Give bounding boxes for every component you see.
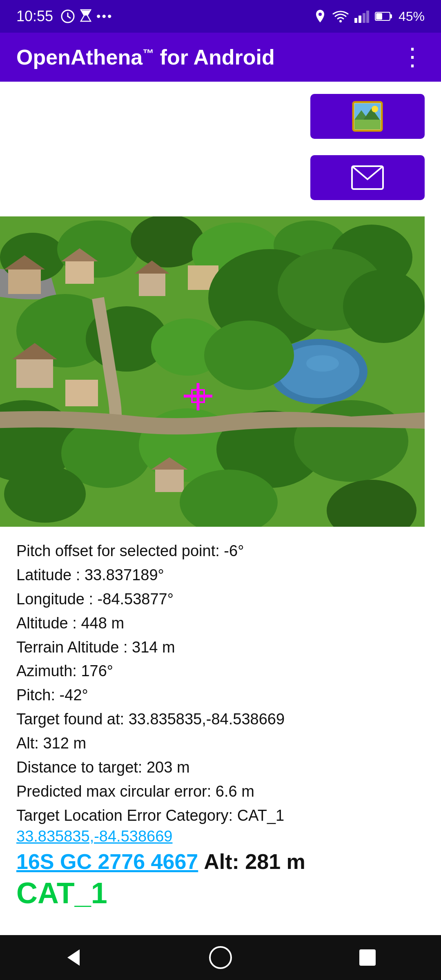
svg-rect-30 xyxy=(139,274,165,296)
svg-point-60 xyxy=(210,947,231,968)
terrain-altitude-line: Terrain Altitude : 314 m xyxy=(16,635,425,659)
clock-icon xyxy=(60,9,75,24)
app-bar: OpenAthena™ for Android ⋮ xyxy=(0,33,441,82)
svg-rect-8 xyxy=(366,11,369,23)
svg-point-42 xyxy=(204,321,294,390)
svg-line-2 xyxy=(68,16,70,18)
aerial-scene-svg xyxy=(0,216,425,527)
svg-rect-5 xyxy=(354,18,357,23)
coord-link-small[interactable]: 33.835835,-84.538669 xyxy=(16,828,425,845)
svg-rect-10 xyxy=(390,14,392,18)
bottom-nav-bar xyxy=(0,935,441,980)
back-button[interactable] xyxy=(57,941,90,974)
latitude-line: Latitude : 33.837189° xyxy=(16,563,425,587)
svg-rect-6 xyxy=(359,16,361,23)
distance-line: Distance to target: 203 m xyxy=(16,755,425,780)
alt-line: Alt: 312 m xyxy=(16,731,425,755)
ellipsis-icon: ••• xyxy=(96,9,113,23)
home-icon xyxy=(208,945,233,970)
select-image-button[interactable] xyxy=(310,94,425,139)
svg-rect-7 xyxy=(363,13,365,23)
main-content xyxy=(0,82,441,216)
status-right-icons: 45% xyxy=(314,9,425,24)
status-bar: 10:55 ••• xyxy=(0,0,441,33)
load-dem-button[interactable] xyxy=(310,155,425,200)
target-found-line: Target found at: 33.835835,-84.538669 xyxy=(16,707,425,731)
svg-point-17 xyxy=(372,106,378,112)
mgrs-link[interactable]: 16S GC 2776 4667 xyxy=(16,849,198,874)
signal-icon xyxy=(354,10,369,23)
svg-rect-28 xyxy=(65,261,94,284)
error-category-line: Target Location Error Category: CAT_1 xyxy=(16,804,425,828)
altitude-line: Altitude : 448 m xyxy=(16,611,425,635)
svg-rect-11 xyxy=(376,13,382,20)
recents-button[interactable] xyxy=(351,941,384,974)
svg-rect-45 xyxy=(65,380,98,406)
wifi-icon xyxy=(332,10,349,23)
azimuth-line: Azimuth: 176° xyxy=(16,659,425,683)
cat-label: CAT_1 xyxy=(16,876,425,910)
overflow-menu-button[interactable]: ⋮ xyxy=(400,45,425,69)
svg-point-53 xyxy=(4,466,86,523)
image-icon xyxy=(351,100,384,133)
status-icons: ••• xyxy=(60,9,113,24)
svg-rect-43 xyxy=(16,359,53,388)
svg-point-3 xyxy=(318,13,322,16)
longitude-line: Longitude : -84.53877° xyxy=(16,587,425,611)
recents-icon xyxy=(357,947,378,968)
back-icon xyxy=(61,945,86,970)
home-button[interactable] xyxy=(204,941,237,974)
app-title: OpenAthena™ for Android xyxy=(16,45,275,69)
svg-rect-61 xyxy=(359,949,376,966)
svg-point-35 xyxy=(343,270,425,343)
battery-icon xyxy=(375,11,393,22)
mail-icon xyxy=(351,165,384,190)
pitch-offset-line: Pitch offset for selected point: -6° xyxy=(16,539,425,563)
circular-error-line: Predicted max circular error: 6.6 m xyxy=(16,780,425,804)
data-section: Pitch offset for selected point: -6° Lat… xyxy=(0,527,441,914)
svg-marker-59 xyxy=(67,949,80,966)
svg-rect-16 xyxy=(354,120,381,129)
svg-rect-26 xyxy=(8,270,41,294)
svg-point-38 xyxy=(306,355,339,372)
svg-point-50 xyxy=(294,400,408,482)
status-time: 10:55 xyxy=(16,8,53,25)
battery-percentage: 45% xyxy=(399,9,425,24)
svg-rect-51 xyxy=(155,470,184,492)
pitch-line: Pitch: -42° xyxy=(16,683,425,707)
hourglass-icon xyxy=(79,9,92,24)
svg-point-4 xyxy=(339,20,342,22)
location-icon xyxy=(314,9,327,24)
drone-image xyxy=(0,216,425,527)
mgrs-alt: Alt: 281 m xyxy=(204,849,305,874)
